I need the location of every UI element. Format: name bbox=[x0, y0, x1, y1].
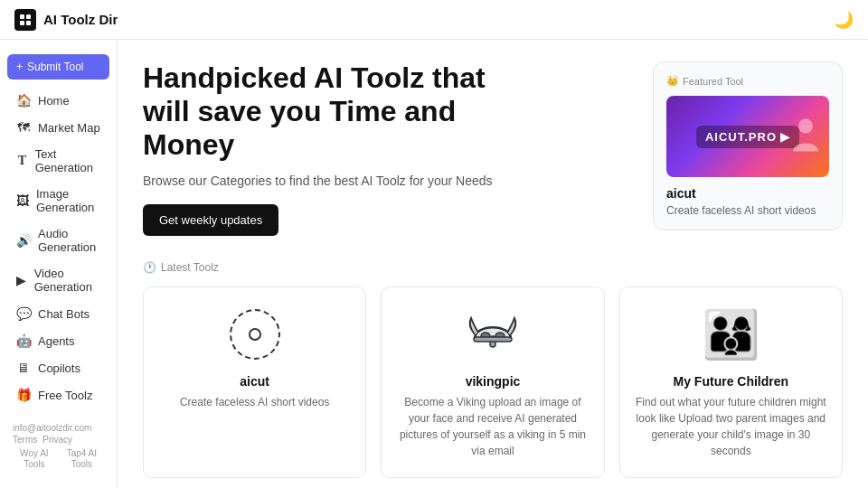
tools-grid: aicut Create faceless AI short videos bbox=[143, 286, 843, 478]
sidebar-item-label: Free Toolz bbox=[38, 389, 92, 402]
header-actions: 🌙 bbox=[834, 10, 854, 30]
submit-label: Submit Tool bbox=[27, 61, 83, 73]
tool-card-vikingpic[interactable]: vikingpic Become a Viking upload an imag… bbox=[381, 286, 604, 478]
clock-icon: 🕐 bbox=[143, 261, 156, 274]
tool-desc-aicut: Create faceless AI short videos bbox=[180, 394, 329, 410]
sidebar-item-label: Chat Bots bbox=[38, 307, 90, 321]
aicut-logo-text: AICUT.PRO bbox=[705, 130, 777, 144]
sidebar-item-label: Copilots bbox=[38, 361, 80, 375]
submit-icon: + bbox=[16, 61, 23, 73]
tool-card-aicut[interactable]: aicut Create faceless AI short videos bbox=[143, 286, 366, 478]
audio-icon: 🔊 bbox=[16, 233, 31, 248]
tool-card-future-children[interactable]: 👨‍👩‍👦 My Future Children Find out what y… bbox=[619, 286, 843, 478]
svg-point-4 bbox=[798, 119, 813, 134]
featured-thumb-text: AICUT.PRO ▶ bbox=[696, 126, 799, 148]
image-icon: 🖼 bbox=[16, 193, 29, 208]
map-icon: 🗺 bbox=[16, 120, 31, 135]
hero-subtitle: Browse our Categories to find the best A… bbox=[143, 174, 631, 188]
video-icon: ▶ bbox=[16, 273, 27, 287]
sidebar-footer: info@aitoolzdir.com Terms Privacy Woy AI… bbox=[0, 416, 117, 477]
sidebar: + Submit Tool 🏠 Home 🗺 Market Map T Text… bbox=[0, 40, 118, 488]
tool-desc-future-children: Find out what your future children might… bbox=[635, 394, 827, 459]
sidebar-item-label: Home bbox=[38, 94, 70, 108]
thumb-decoration bbox=[791, 117, 820, 156]
hero-section: Handpicked AI Toolz that will save you T… bbox=[143, 61, 843, 236]
latest-section-label: 🕐 Latest Toolz bbox=[143, 261, 843, 274]
sidebar-item-label: Image Generation bbox=[36, 187, 100, 214]
sidebar-item-market-map[interactable]: 🗺 Market Map bbox=[4, 114, 113, 141]
footer-links: Terms Privacy bbox=[13, 435, 104, 445]
ad-woy: Woy AI Tools bbox=[13, 448, 56, 470]
ad-tap4: Tap4 AI Tools bbox=[60, 448, 104, 470]
free-icon: 🎁 bbox=[16, 388, 31, 402]
svg-rect-2 bbox=[20, 21, 24, 25]
svg-rect-3 bbox=[26, 21, 31, 25]
sidebar-item-text-generation[interactable]: T Text Generation bbox=[4, 141, 113, 181]
aicut-tool-icon bbox=[226, 305, 284, 363]
sidebar-item-label: Text Generation bbox=[35, 147, 100, 174]
sidebar-item-home[interactable]: 🏠 Home bbox=[4, 87, 113, 114]
sidebar-item-label: Video Generation bbox=[34, 267, 100, 294]
sidebar-item-label: Market Map bbox=[38, 121, 100, 135]
hero-text: Handpicked AI Toolz that will save you T… bbox=[143, 61, 631, 236]
dark-mode-icon[interactable]: 🌙 bbox=[834, 10, 854, 30]
sidebar-item-image-generation[interactable]: 🖼 Image Generation bbox=[4, 181, 113, 221]
footer-email: info@aitoolzdir.com bbox=[13, 423, 104, 433]
main-layout: + Submit Tool 🏠 Home 🗺 Market Map T Text… bbox=[0, 40, 868, 488]
header-brand: AI Toolz Dir bbox=[14, 9, 118, 31]
privacy-link[interactable]: Privacy bbox=[42, 435, 72, 445]
sidebar-item-free-toolz[interactable]: 🎁 Free Toolz bbox=[4, 381, 113, 408]
hero-title: Handpicked AI Toolz that will save you T… bbox=[143, 61, 523, 161]
svg-rect-0 bbox=[20, 14, 24, 19]
agents-icon: 🤖 bbox=[16, 333, 31, 348]
app-title: AI Toolz Dir bbox=[43, 12, 118, 27]
vikingpic-tool-icon bbox=[464, 305, 522, 363]
viking-helmet-icon bbox=[466, 307, 520, 361]
sidebar-item-agents[interactable]: 🤖 Agents bbox=[4, 327, 113, 354]
aicut-circle-icon bbox=[230, 309, 280, 360]
sidebar-item-label: Audio Generation bbox=[38, 227, 100, 254]
aicut-inner-circle bbox=[249, 328, 261, 341]
chat-icon: 💬 bbox=[16, 306, 31, 321]
svg-rect-1 bbox=[26, 14, 31, 19]
home-icon: 🏠 bbox=[16, 93, 31, 108]
featured-label-text: Featured Tool bbox=[683, 76, 743, 87]
play-icon: ▶ bbox=[780, 130, 790, 144]
sidebar-ads: Woy AI Tools Tap4 AI Tools bbox=[13, 448, 104, 470]
tool-desc-vikingpic: Become a Viking upload an image of your … bbox=[396, 394, 589, 459]
latest-label-text: Latest Toolz bbox=[161, 261, 219, 274]
copilots-icon: 🖥 bbox=[16, 361, 31, 375]
tool-name-aicut: aicut bbox=[240, 374, 269, 389]
featured-tool-card: 👑 Featured Tool AICUT.PRO ▶ bbox=[653, 61, 843, 230]
sidebar-item-copilots[interactable]: 🖥 Copilots bbox=[4, 354, 113, 381]
crown-icon: 👑 bbox=[666, 75, 679, 87]
text-icon: T bbox=[16, 154, 28, 168]
sidebar-item-label: Agents bbox=[38, 334, 74, 348]
main-content: Handpicked AI Toolz that will save you T… bbox=[118, 40, 868, 488]
hero-cta-button[interactable]: Get weekly updates bbox=[143, 204, 278, 236]
submit-tool-button[interactable]: + Submit Tool bbox=[7, 54, 109, 80]
sidebar-item-audio-generation[interactable]: 🔊 Audio Generation bbox=[4, 221, 113, 260]
featured-label: 👑 Featured Tool bbox=[666, 75, 829, 87]
tool-name-future-children: My Future Children bbox=[674, 374, 789, 389]
featured-tool-name: aicut bbox=[666, 186, 829, 201]
featured-thumbnail[interactable]: AICUT.PRO ▶ bbox=[666, 96, 829, 177]
sidebar-item-video-generation[interactable]: ▶ Video Generation bbox=[4, 260, 113, 300]
svg-rect-8 bbox=[474, 337, 512, 342]
terms-link[interactable]: Terms bbox=[13, 435, 37, 445]
featured-tool-description: Create faceless AI short videos bbox=[666, 204, 829, 217]
header: AI Toolz Dir 🌙 bbox=[0, 0, 868, 40]
tool-name-vikingpic: vikingpic bbox=[466, 374, 521, 389]
app-logo bbox=[14, 9, 36, 31]
future-children-tool-icon: 👨‍👩‍👦 bbox=[702, 305, 760, 363]
sidebar-item-chat-bots[interactable]: 💬 Chat Bots bbox=[4, 300, 113, 327]
